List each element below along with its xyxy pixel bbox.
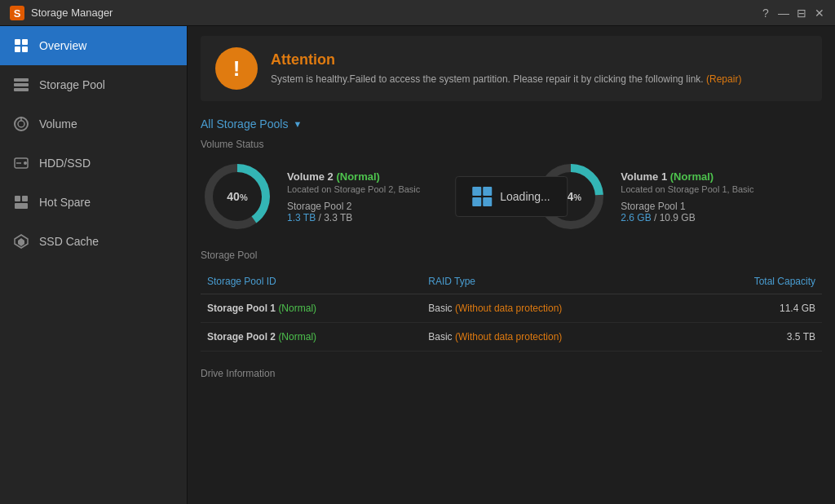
hot-spare-icon bbox=[13, 194, 29, 210]
svg-rect-8 bbox=[14, 88, 29, 91]
volume1-location: Located on Storage Pool 1, Basic bbox=[621, 184, 753, 194]
storage-pool-icon bbox=[13, 77, 29, 93]
filter-label: All Storage Pools bbox=[201, 117, 288, 130]
col-pool-id: Storage Pool ID bbox=[201, 269, 422, 294]
pool1-capacity-cell: 11.4 GB bbox=[687, 294, 822, 323]
loading-text: Loading... bbox=[500, 190, 550, 203]
attention-banner: ! Attention System is healthy.Failed to … bbox=[201, 36, 822, 101]
attention-icon: ! bbox=[215, 47, 258, 90]
sidebar-item-hdd-ssd[interactable]: HDD/SSD bbox=[0, 144, 187, 183]
volume2-pool-usage: 1.3 TB / 3.3 TB bbox=[287, 212, 420, 223]
svg-text:S: S bbox=[14, 7, 21, 20]
sidebar-item-ssd-cache[interactable]: SSD Cache bbox=[0, 222, 187, 261]
volume1-pool-label: Storage Pool 1 bbox=[621, 201, 753, 212]
donut-volume2: 40% bbox=[201, 160, 274, 233]
pool2-id-cell: Storage Pool 2 (Normal) bbox=[201, 323, 422, 351]
title-bar: S Storage Manager ? — ⊟ ✕ bbox=[0, 0, 835, 26]
svg-rect-4 bbox=[15, 46, 20, 52]
main-layout: Overview Storage Pool Volume bbox=[0, 26, 835, 504]
pool1-raid-cell: Basic (Without data protection) bbox=[422, 294, 687, 323]
volume-icon bbox=[13, 116, 29, 132]
volume1-info: Volume 1 (Normal) Located on Storage Poo… bbox=[621, 170, 753, 223]
attention-text: Attention System is healthy.Failed to ac… bbox=[271, 51, 741, 86]
table-row: Storage Pool 1 (Normal) Basic (Without d… bbox=[201, 294, 822, 323]
svg-rect-5 bbox=[22, 46, 28, 52]
volume2-info: Volume 2 (Normal) Located on Storage Poo… bbox=[287, 170, 420, 223]
sidebar-item-volume-label: Volume bbox=[39, 117, 77, 130]
title-bar-left: S Storage Manager bbox=[10, 6, 113, 20]
help-button[interactable]: ? bbox=[760, 7, 771, 19]
volume2-name: Volume 2 (Normal) bbox=[287, 170, 420, 183]
app-icon: S bbox=[10, 6, 24, 20]
volume-card-2: 40% Volume 2 (Normal) Located on Storage… bbox=[201, 160, 420, 233]
table-row: Storage Pool 2 (Normal) Basic (Without d… bbox=[201, 323, 822, 351]
svg-rect-15 bbox=[15, 196, 20, 201]
svg-rect-3 bbox=[22, 39, 28, 45]
volume-cards-wrapper: 40% Volume 2 (Normal) Located on Storage… bbox=[201, 160, 822, 233]
ssd-cache-icon bbox=[13, 233, 29, 250]
attention-message: System is healthy.Failed to access the s… bbox=[271, 72, 741, 86]
drive-info-section: Drive Information bbox=[188, 361, 835, 386]
volume2-location: Located on Storage Pool 2, Basic bbox=[287, 184, 420, 194]
volume1-name: Volume 1 (Normal) bbox=[621, 170, 753, 183]
sidebar-item-storage-pool-label: Storage Pool bbox=[39, 78, 105, 91]
volume2-pool-label: Storage Pool 2 bbox=[287, 201, 420, 212]
svg-rect-16 bbox=[22, 196, 28, 201]
sidebar-item-ssd-cache-label: SSD Cache bbox=[39, 235, 99, 248]
all-storage-pools-dropdown[interactable]: All Storage Pools ▼ bbox=[201, 117, 302, 130]
sidebar-item-overview[interactable]: Overview bbox=[0, 26, 187, 65]
sidebar-item-hot-spare-label: Hot Spare bbox=[39, 196, 91, 209]
title-bar-controls: ? — ⊟ ✕ bbox=[760, 7, 825, 19]
sidebar-item-hot-spare[interactable]: Hot Spare bbox=[0, 183, 187, 222]
volume-status-section: Volume Status 40% bbox=[188, 134, 835, 243]
repair-link[interactable]: (Repair) bbox=[706, 73, 741, 85]
col-raid-type: RAID Type bbox=[422, 269, 687, 294]
volume-status-label: Volume Status bbox=[201, 139, 822, 150]
minimize-button[interactable]: — bbox=[778, 7, 789, 19]
svg-point-10 bbox=[18, 121, 24, 127]
filter-row: All Storage Pools ▼ bbox=[188, 111, 835, 134]
overview-icon bbox=[13, 38, 29, 54]
pool2-raid-cell: Basic (Without data protection) bbox=[422, 323, 687, 351]
storage-pool-table: Storage Pool ID RAID Type Total Capacity… bbox=[201, 269, 822, 351]
sidebar-item-volume[interactable]: Volume bbox=[0, 104, 187, 144]
dropdown-arrow-icon: ▼ bbox=[293, 119, 302, 129]
sidebar-item-hdd-ssd-label: HDD/SSD bbox=[39, 157, 91, 170]
close-button[interactable]: ✕ bbox=[814, 7, 825, 19]
loading-icon bbox=[472, 187, 492, 206]
sidebar-item-storage-pool[interactable]: Storage Pool bbox=[0, 65, 187, 104]
sidebar-item-overview-label: Overview bbox=[39, 39, 86, 52]
svg-rect-2 bbox=[15, 39, 20, 45]
volume-cards: 40% Volume 2 (Normal) Located on Storage… bbox=[201, 160, 822, 233]
svg-rect-17 bbox=[15, 203, 28, 209]
storage-pool-section-title: Storage Pool bbox=[201, 250, 822, 261]
attention-title: Attention bbox=[271, 51, 741, 69]
col-total-capacity: Total Capacity bbox=[687, 269, 822, 294]
loading-overlay: Loading... bbox=[455, 176, 568, 217]
donut-volume2-label: 40% bbox=[227, 190, 247, 203]
drive-info-title: Drive Information bbox=[201, 368, 822, 379]
maximize-button[interactable]: ⊟ bbox=[796, 7, 807, 19]
table-header-row: Storage Pool ID RAID Type Total Capacity bbox=[201, 269, 822, 294]
content-area: ! Attention System is healthy.Failed to … bbox=[188, 26, 835, 504]
svg-rect-7 bbox=[14, 83, 29, 86]
storage-pool-section: Storage Pool Storage Pool ID RAID Type T… bbox=[188, 243, 835, 361]
pool1-id-cell: Storage Pool 1 (Normal) bbox=[201, 294, 422, 323]
svg-rect-6 bbox=[14, 78, 29, 82]
window-title: Storage Manager bbox=[31, 7, 113, 19]
svg-point-13 bbox=[24, 161, 27, 165]
pool2-capacity-cell: 3.5 TB bbox=[687, 323, 822, 351]
hdd-ssd-icon bbox=[13, 155, 29, 171]
sidebar: Overview Storage Pool Volume bbox=[0, 26, 188, 504]
volume1-pool-usage: 2.6 GB / 10.9 GB bbox=[621, 212, 753, 223]
